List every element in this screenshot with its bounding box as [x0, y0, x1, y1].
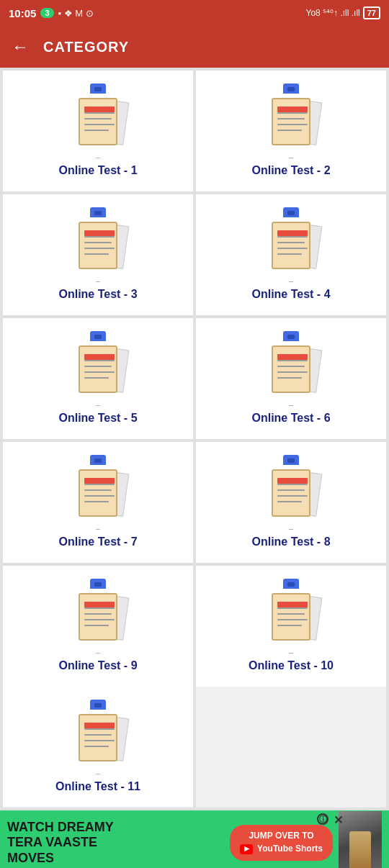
- item-sublabel-4: –: [289, 276, 293, 285]
- item-sublabel-8: –: [289, 524, 293, 533]
- item-sublabel-1: –: [96, 153, 100, 161]
- item-label-2: Online Test - 2: [251, 164, 330, 177]
- status-icons-misc: ▪ ❖ M ⊙: [58, 8, 94, 19]
- item-label-5: Online Test - 5: [58, 412, 137, 425]
- last-row: – Online Test - 11: [0, 687, 389, 810]
- grid-item-5[interactable]: – Online Test - 5: [3, 318, 193, 439]
- top-bar: ← CATEGORY: [0, 26, 389, 68]
- item-sublabel-3: –: [96, 276, 100, 285]
- test-icon-2: [266, 88, 316, 145]
- item-label-1: Online Test - 1: [58, 164, 137, 177]
- back-button[interactable]: ←: [12, 37, 29, 57]
- ad-banner: WATCH DREAMYTERA VAASTEMOVES JUMP OVER T…: [0, 810, 389, 868]
- item-label-4: Online Test - 4: [251, 288, 330, 301]
- test-icon-9: [73, 583, 123, 641]
- grid-item-3[interactable]: – Online Test - 3: [3, 194, 193, 315]
- battery-icon: 77: [363, 6, 380, 19]
- grid-item-6[interactable]: – Online Test - 6: [196, 318, 386, 439]
- item-sublabel-9: –: [96, 648, 100, 656]
- ad-right: JUMP OVER TO ▶ YouTube Shorts: [230, 811, 382, 868]
- jump-line2: YouTube Shorts: [257, 844, 323, 855]
- ad-title: WATCH DREAMYTERA VAASTEMOVES: [7, 820, 230, 867]
- notification-badge: 3: [40, 8, 53, 18]
- item-label-11: Online Test - 11: [55, 780, 140, 793]
- grid-item-8[interactable]: – Online Test - 8: [196, 442, 386, 563]
- test-icon-1: [73, 88, 123, 145]
- test-icon-11: [73, 704, 123, 761]
- item-sublabel-2: –: [289, 153, 293, 161]
- ad-text: WATCH DREAMYTERA VAASTEMOVES: [7, 820, 230, 867]
- grid-item-11[interactable]: – Online Test - 11: [3, 687, 193, 808]
- item-sublabel-5: –: [96, 400, 100, 409]
- grid-item-2[interactable]: – Online Test - 2: [196, 71, 386, 191]
- empty-cell: [196, 687, 386, 808]
- grid-item-10[interactable]: – Online Test - 10: [196, 566, 386, 687]
- test-icon-8: [266, 459, 316, 517]
- item-sublabel-10: –: [289, 648, 293, 656]
- test-icon-4: [266, 212, 316, 269]
- item-label-3: Online Test - 3: [58, 288, 137, 301]
- test-icon-7: [73, 459, 123, 517]
- item-sublabel-7: –: [96, 524, 100, 533]
- test-icon-10: [266, 583, 316, 641]
- youtube-icon: ▶: [240, 844, 253, 854]
- grid-item-4[interactable]: – Online Test - 4: [196, 194, 386, 315]
- signal-icon: Yo8 ⁵⁴⁰↑ .ıll .ıll: [305, 8, 359, 18]
- ad-close-button[interactable]: ✕: [334, 813, 343, 827]
- item-label-8: Online Test - 8: [251, 535, 330, 548]
- status-bar: 10:05 3 ▪ ❖ M ⊙ Yo8 ⁵⁴⁰↑ .ıll .ıll 77: [0, 0, 389, 26]
- grid-item-7[interactable]: – Online Test - 7: [3, 442, 193, 563]
- item-label-9: Online Test - 9: [58, 659, 137, 672]
- jump-button[interactable]: JUMP OVER TO ▶ YouTube Shorts: [230, 825, 333, 860]
- page-title: CATEGORY: [43, 39, 129, 55]
- item-label-6: Online Test - 6: [251, 412, 330, 425]
- test-icon-5: [73, 335, 123, 393]
- item-label-7: Online Test - 7: [58, 535, 137, 548]
- item-label-10: Online Test - 10: [249, 659, 334, 672]
- category-grid: – Online Test - 1 – Online Test - 2: [0, 68, 389, 687]
- jump-line1: JUMP OVER TO: [240, 831, 323, 842]
- ad-thumbnail: [339, 811, 382, 868]
- status-right: Yo8 ⁵⁴⁰↑ .ıll .ıll 77: [305, 6, 380, 19]
- test-icon-3: [73, 212, 123, 269]
- status-time: 10:05: [9, 7, 36, 19]
- item-sublabel-6: –: [289, 400, 293, 409]
- grid-item-9[interactable]: – Online Test - 9: [3, 566, 193, 687]
- grid-item-1[interactable]: – Online Test - 1: [3, 71, 193, 191]
- ad-info-icon[interactable]: ⓘ: [317, 813, 328, 825]
- test-icon-6: [266, 335, 316, 393]
- item-sublabel-11: –: [96, 769, 100, 777]
- status-left: 10:05 3 ▪ ❖ M ⊙: [9, 7, 94, 19]
